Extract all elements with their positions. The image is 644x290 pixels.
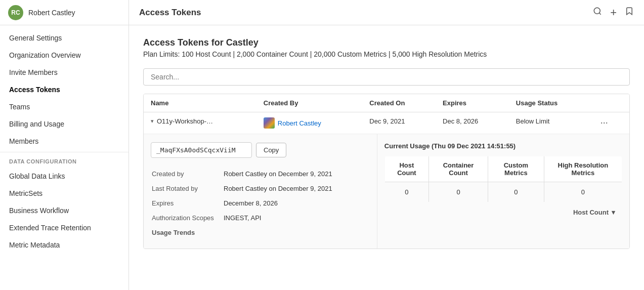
detail-row-created-by: Created by Robert Castley on December 9,… [152, 167, 369, 181]
chevron-down-selector-icon: ▾ [612, 209, 615, 216]
token-expires-cell: Dec 8, 2026 [436, 112, 509, 134]
search-icon[interactable] [593, 7, 602, 18]
tokens-table: Name Created By Created On Expires Usage… [144, 94, 629, 248]
detail-value-usage-trends [224, 226, 369, 239]
token-details-cell: _MaqFXsA0odSCqcxViiM Copy Created by Rob… [144, 134, 629, 249]
sidebar-header: RC Robert Castley [0, 0, 128, 25]
token-usage-status-cell: Below Limit [509, 112, 591, 134]
detail-table: Created by Robert Castley on December 9,… [151, 166, 370, 240]
content-area: Access Tokens for Castley Plan Limits: 1… [129, 25, 644, 290]
user-avatar-icon [264, 117, 275, 129]
token-right-panel: Current Usage (Thu 09 Dec 2021 14:51:55)… [377, 134, 629, 248]
token-name-text: O11y-Workshop-… [157, 117, 213, 125]
sidebar-item-extended-trace-retention[interactable]: Extended Trace Retention [0, 219, 128, 236]
col-created-on: Created On [362, 94, 436, 112]
detail-value-auth-scopes: INGEST, API [224, 211, 369, 225]
sidebar-item-access-tokens[interactable]: Access Tokens [0, 81, 128, 98]
copy-button[interactable]: Copy [256, 143, 286, 157]
sidebar-item-metric-metadata[interactable]: Metric Metadata [0, 236, 128, 254]
sidebar-item-members[interactable]: Members [0, 133, 128, 150]
host-count-label: Host Count [573, 209, 609, 216]
usage-val-custom-metrics: 0 [488, 182, 544, 202]
usage-val-host-count: 0 [384, 182, 428, 202]
token-key-row: _MaqFXsA0odSCqcxViiM Copy [151, 142, 370, 158]
detail-value-created-by: Robert Castley on December 9, 2021 [224, 167, 369, 181]
svg-line-1 [599, 13, 601, 14]
table-row: ▾ O11y-Workshop-… Robert Castley Dec 9, … [144, 112, 629, 134]
current-usage-header: Current Usage (Thu 09 Dec 2021 14:51:55) [384, 142, 622, 150]
chevron-down-icon[interactable]: ▾ [151, 118, 154, 125]
usage-col-container-count: Container Count [429, 156, 488, 182]
col-actions [591, 94, 629, 112]
usage-values-row: 0 0 0 0 [384, 182, 622, 202]
col-usage-status: Usage Status [509, 94, 591, 112]
avatar: RC [8, 5, 23, 20]
usage-val-container-count: 0 [429, 182, 488, 202]
sidebar-item-organization-overview[interactable]: Organization Overview [0, 47, 128, 64]
detail-label-expires: Expires [152, 196, 223, 210]
detail-value-last-rotated: Robert Castley on December 9, 2021 [224, 182, 369, 195]
search-input[interactable] [143, 68, 630, 86]
token-key-display: _MaqFXsA0odSCqcxViiM [151, 142, 252, 158]
detail-row-auth-scopes: Authorization Scopes INGEST, API [152, 211, 369, 225]
sidebar-item-billing-and-usage[interactable]: Billing and Usage [0, 115, 128, 133]
token-left-panel: _MaqFXsA0odSCqcxViiM Copy Created by Rob… [144, 134, 377, 248]
svg-point-0 [594, 8, 600, 14]
main-content: Access Tokens + Access Tokens for Castle… [129, 0, 644, 290]
host-count-selector[interactable]: Host Count ▾ [573, 209, 615, 216]
topbar: Access Tokens + [129, 0, 644, 25]
sidebar-nav: General Settings Organization Overview I… [0, 25, 128, 258]
bookmark-icon[interactable] [625, 7, 634, 18]
more-options-button[interactable]: ··· [598, 117, 610, 128]
usage-val-high-res-metrics: 0 [544, 182, 622, 202]
detail-label-usage-trends: Usage Trends [152, 226, 223, 239]
detail-row-usage-trends: Usage Trends [152, 226, 369, 239]
usage-col-custom-metrics: Custom Metrics [488, 156, 544, 182]
add-icon[interactable]: + [610, 6, 617, 19]
topbar-icons: + [593, 6, 634, 19]
topbar-title: Access Tokens [139, 8, 201, 18]
sidebar-item-business-workflow[interactable]: Business Workflow [0, 202, 128, 219]
token-created-on-cell: Dec 9, 2021 [362, 112, 436, 134]
detail-label-auth-scopes: Authorization Scopes [152, 211, 223, 225]
sidebar-item-teams[interactable]: Teams [0, 98, 128, 115]
usage-table: Host Count Container Count Custom Metric… [384, 156, 622, 202]
token-details-row: _MaqFXsA0odSCqcxViiM Copy Created by Rob… [144, 134, 629, 249]
sidebar: RC Robert Castley General Settings Organ… [0, 0, 129, 290]
tokens-table-wrapper: Name Created By Created On Expires Usage… [143, 94, 630, 249]
detail-row-last-rotated: Last Rotated by Robert Castley on Decemb… [152, 182, 369, 195]
sidebar-item-metricsets[interactable]: MetricSets [0, 185, 128, 202]
plan-limits: Plan Limits: 100 Host Count | 2,000 Cont… [143, 50, 630, 58]
usage-col-host-count: Host Count [384, 156, 428, 182]
col-expires: Expires [436, 94, 509, 112]
sidebar-username: Robert Castley [28, 9, 75, 17]
token-created-by-cell: Robert Castley [256, 112, 362, 134]
detail-value-expires: December 8, 2026 [224, 196, 369, 210]
detail-label-created-by: Created by [152, 167, 223, 181]
sidebar-item-invite-members[interactable]: Invite Members [0, 64, 128, 81]
col-created-by: Created By [256, 94, 362, 112]
data-config-section-label: DATA CONFIGURATION [0, 152, 128, 168]
page-title: Access Tokens for Castley [143, 37, 630, 48]
usage-col-high-res-metrics: High Resolution Metrics [544, 156, 622, 182]
sidebar-item-general-settings[interactable]: General Settings [0, 29, 128, 47]
token-details-inner: _MaqFXsA0odSCqcxViiM Copy Created by Rob… [144, 134, 629, 248]
usage-trends-row: Host Count ▾ [384, 202, 622, 218]
detail-label-last-rotated: Last Rotated by [152, 182, 223, 195]
col-name: Name [144, 94, 256, 112]
token-name-cell: ▾ O11y-Workshop-… [144, 112, 256, 134]
sidebar-item-global-data-links[interactable]: Global Data Links [0, 168, 128, 185]
user-link[interactable]: Robert Castley [278, 119, 321, 127]
token-more-cell: ··· [591, 112, 629, 134]
detail-row-expires: Expires December 8, 2026 [152, 196, 369, 210]
